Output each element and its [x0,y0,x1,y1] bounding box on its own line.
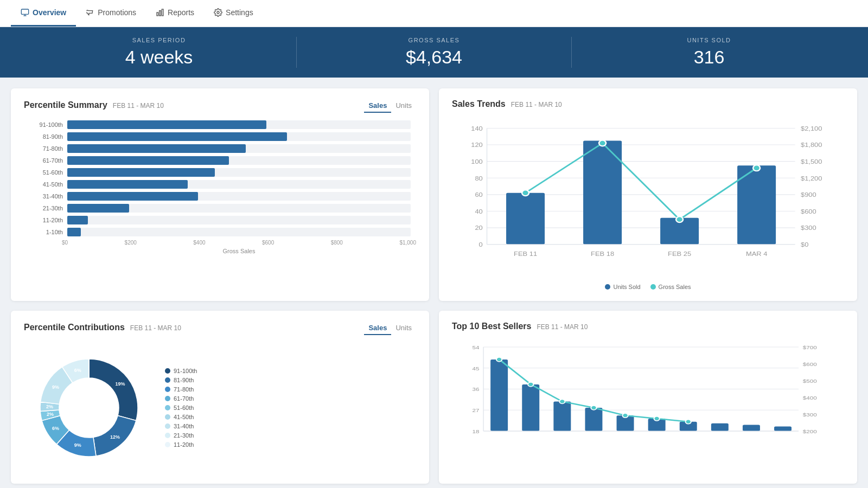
svg-text:19%: 19% [116,381,125,387]
svg-point-6 [217,11,219,14]
gear-icon [214,8,222,17]
svg-point-83 [622,413,628,418]
bar-bg [67,192,411,201]
bar-row: 11-20th [29,216,411,224]
donut-legend-item: 51-60th [165,404,197,411]
donut-legend-label: 31-40th [174,423,194,429]
axis-tick: $1,000 [399,240,416,246]
donut-legend-item: 21-30th [165,432,197,439]
sales-period-value: 4 weeks [22,47,296,68]
svg-text:2%: 2% [47,412,54,417]
sales-trends-chart: 0$020$30040$60060$90080$1,200100$1,50012… [452,117,844,279]
percentile-contributions-title: Percentile Contributions [24,323,125,332]
sales-period-stat: SALES PERIOD 4 weeks [22,37,296,68]
legend-gross-label: Gross Sales [659,284,691,290]
donut-legend-item: 31-40th [165,423,197,429]
svg-text:54: 54 [472,345,479,350]
contributions-tab-units[interactable]: Units [391,322,416,335]
svg-rect-69 [490,359,508,431]
percentile-summary-tab-sales[interactable]: Sales [364,99,391,113]
percentile-contributions-date: FEB 11 - MAR 10 [130,324,181,332]
bar-fill [67,204,129,213]
svg-text:36: 36 [472,387,479,393]
top10-card: Top 10 Best Sellers FEB 11 - MAR 10 1827… [439,311,857,484]
axis-tick: $200 [125,240,137,246]
donut-legend-label: 91-100th [174,368,197,374]
svg-point-79 [496,357,502,362]
bar-row: 51-60th [29,168,411,177]
nav-reports[interactable]: Reports [146,0,204,27]
bar-bg [67,228,411,236]
svg-text:$400: $400 [803,395,817,401]
nav-settings[interactable]: Settings [204,0,263,27]
svg-text:140: 140 [471,125,483,132]
svg-rect-77 [743,425,760,431]
bar-fill [67,180,188,189]
donut-legend-item: 71-80th [165,386,197,393]
bar-label: 81-90th [29,133,63,140]
top10-svg: 1827364554$200$300$400$500$600$700 [452,339,844,447]
top10-chart: 1827364554$200$300$400$500$600$700 [452,339,844,436]
svg-text:$1,500: $1,500 [801,158,822,165]
donut-legend-label: 21-30th [174,432,194,439]
sales-period-label: SALES PERIOD [22,37,296,43]
nav-promotions[interactable]: Promotions [76,0,146,27]
nav-settings-label: Settings [226,8,253,17]
donut-legend-dot [165,387,170,392]
donut-legend-item: 61-70th [165,395,197,402]
top10-header: Top 10 Best Sellers FEB 11 - MAR 10 [452,322,844,331]
donut-legend-label: 71-80th [174,386,194,393]
svg-point-35 [522,190,529,196]
sales-trends-title: Sales Trends [452,99,506,109]
svg-text:9%: 9% [74,442,81,448]
svg-point-85 [686,420,691,424]
bar-bg [67,144,411,153]
bar-row: 71-80th [29,144,411,153]
donut-legend-item: 81-90th [165,377,197,383]
percentile-contributions-tabs: Sales Units [364,322,416,335]
percentile-contributions-card: Percentile Contributions FEB 11 - MAR 10… [11,311,429,484]
donut-legend-item: 11-20th [165,441,197,448]
bar-fill [67,120,266,129]
bar-row: 81-90th [29,132,411,141]
donut-legend-label: 11-20th [174,441,194,448]
donut-legend-label: 61-70th [174,395,194,402]
nav-overview[interactable]: Overview [11,0,76,27]
bar-row: 61-70th [29,156,411,165]
sales-trends-card: Sales Trends FEB 11 - MAR 10 0$020$30040… [439,88,857,301]
bar-label: 21-30th [29,205,63,211]
bar-label: 11-20th [29,217,63,223]
sales-trends-date: FEB 11 - MAR 10 [511,101,562,108]
svg-text:12%: 12% [110,434,120,440]
percentile-summary-tab-units[interactable]: Units [391,99,416,113]
svg-text:80: 80 [475,175,483,182]
megaphone-icon [86,8,94,17]
svg-rect-70 [522,384,539,431]
bar-bg [67,216,411,224]
donut-legend-dot [165,423,170,429]
bar-label: 51-60th [29,169,63,176]
svg-text:$200: $200 [803,429,817,434]
svg-text:$300: $300 [801,224,816,232]
percentile-contributions-header: Percentile Contributions FEB 11 - MAR 10… [24,322,416,335]
svg-text:FEB 25: FEB 25 [668,251,691,258]
contributions-tab-sales[interactable]: Sales [364,322,391,335]
legend-gross-sales: Gross Sales [650,284,691,290]
svg-text:6%: 6% [52,426,59,431]
svg-point-84 [654,416,659,421]
bar-bg [67,156,411,165]
axis-tick: $0 [62,240,68,246]
svg-text:100: 100 [471,158,483,165]
bar-axis-bottom-label: Gross Sales [62,248,416,254]
bar-row: 91-100th [29,120,411,129]
bar-label: 1-10th [29,229,63,235]
svg-point-81 [559,399,565,403]
svg-rect-4 [159,11,161,16]
svg-text:0: 0 [479,241,483,248]
svg-point-37 [676,216,683,222]
bar-fill [67,132,287,141]
donut-legend-label: 81-90th [174,377,194,383]
svg-text:6%: 6% [74,368,81,373]
svg-text:60: 60 [475,191,483,198]
donut-legend-dot [165,368,170,374]
